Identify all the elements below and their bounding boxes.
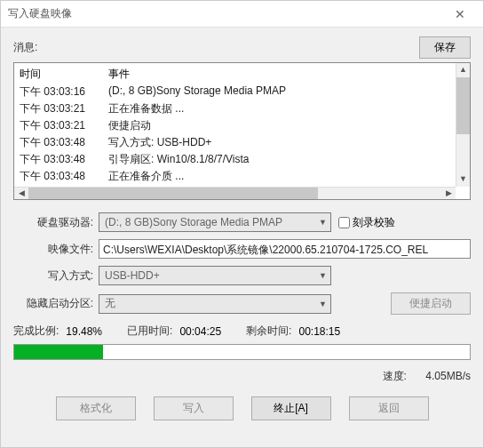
speed-row: 速度: 4.05MB/s [13,369,471,384]
chevron-down-icon: ▼ [319,215,327,229]
close-icon[interactable]: ✕ [444,2,476,27]
image-label: 映像文件: [13,242,93,257]
drive-label: 硬盘驱动器: [13,215,93,230]
scrollbar-horizontal[interactable]: ◀ ▶ [14,187,456,199]
verify-label: 刻录校验 [353,215,395,230]
method-label: 写入方式: [13,268,93,284]
log-row: 下午 03:03:48引导扇区: Win10/8.1/8/7/Vista [20,151,464,168]
scroll-down-icon[interactable]: ▼ [456,172,470,187]
log-listbox[interactable]: 时间 事件 下午 03:03:16(D:, 8 GB)Sony Storage … [13,62,471,200]
format-button[interactable]: 格式化 [56,396,136,420]
col-time-header: 时间 [20,67,108,82]
titlebar: 写入硬盘映像 ✕ [1,1,483,28]
stats-row: 完成比例: 19.48% 已用时间: 00:04:25 剩余时间: 00:18:… [13,324,471,339]
message-label: 消息: [13,40,419,55]
elapsed-value: 00:04:25 [179,325,221,338]
scroll-thumb-h[interactable] [28,188,318,199]
write-method-combobox[interactable]: USB-HDD+ ▼ [99,266,331,285]
progress-fill [14,345,103,359]
remain-label: 剩余时间: [246,324,291,339]
scroll-left-icon[interactable]: ◀ [14,188,28,199]
back-button[interactable]: 返回 [349,396,429,420]
content-area: 消息: 保存 时间 事件 下午 03:03:16(D:, 8 GB)Sony S… [1,28,483,429]
abort-button[interactable]: 终止[A] [251,396,331,420]
log-row: 下午 03:03:48写入方式: USB-HDD+ [20,134,464,151]
speed-label: 速度: [383,370,407,382]
image-row: 映像文件: C:\Users\WEXIA\Desktop\系统镜像\22000.… [13,239,471,259]
hidden-row: 隐藏启动分区: 无 ▼ 便捷启动 [13,292,471,315]
save-button[interactable]: 保存 [419,36,471,59]
log-header: 时间 事件 [20,67,464,84]
image-path-field[interactable]: C:\Users\WEXIA\Desktop\系统镜像\22000.65.210… [99,239,471,259]
log-row: 下午 03:03:48正在准备介质 ... [20,168,464,185]
verify-checkbox-wrap[interactable]: 刻录校验 [338,215,395,230]
verify-checkbox[interactable] [338,217,350,228]
elapsed-label: 已用时间: [127,324,172,339]
remain-value: 00:18:15 [298,325,340,338]
chevron-down-icon: ▼ [319,300,327,308]
speed-value: 4.05MB/s [425,370,471,382]
message-row: 消息: 保存 [13,36,471,59]
hidden-partition-combobox[interactable]: 无 ▼ [99,294,331,314]
method-row: 写入方式: USB-HDD+ ▼ [13,266,471,285]
log-row: 下午 03:03:16(D:, 8 GB)Sony Storage Media … [20,84,464,100]
quickboot-button[interactable]: 便捷启动 [391,292,471,315]
drive-row: 硬盘驱动器: (D:, 8 GB)Sony Storage Media PMAP… [13,212,471,232]
col-event-header: 事件 [108,67,464,82]
complete-label: 完成比例: [13,324,59,339]
dialog-window: 写入硬盘映像 ✕ 消息: 保存 时间 事件 下午 03:03:16(D:, 8 … [0,0,484,448]
scroll-up-icon[interactable]: ▲ [456,63,470,77]
chevron-down-icon: ▼ [319,271,327,280]
drive-combobox[interactable]: (D:, 8 GB)Sony Storage Media PMAP ▼ [99,212,331,232]
scrollbar-vertical[interactable]: ▲ ▼ [456,63,470,187]
progress-bar [13,344,471,360]
write-button[interactable]: 写入 [154,396,234,420]
hidden-label: 隐藏启动分区: [13,296,93,311]
action-row: 格式化 写入 终止[A] 返回 [13,396,471,420]
log-row: 下午 03:03:21便捷启动 [20,117,464,134]
scroll-thumb-v[interactable] [456,77,470,134]
scroll-right-icon[interactable]: ▶ [441,188,456,199]
log-row: 下午 03:03:21正在准备数据 ... [20,100,464,117]
complete-value: 19.48% [66,325,102,338]
window-title: 写入硬盘映像 [8,6,444,21]
